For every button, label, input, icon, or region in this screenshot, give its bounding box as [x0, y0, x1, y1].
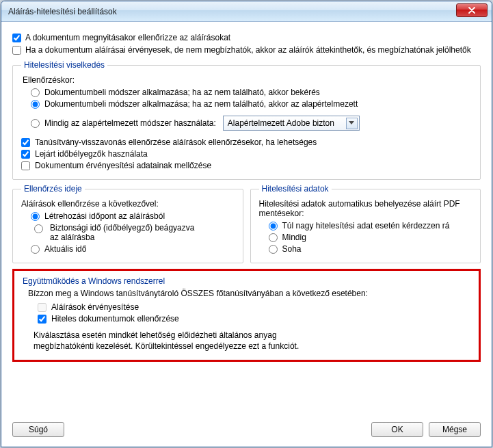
cancel-button[interactable]: Mégse	[429, 422, 481, 437]
two-column-groups: Ellenőrzés ideje Aláírások ellenőrzése a…	[12, 184, 481, 263]
verify-time-legend: Ellenőrzés ideje	[21, 184, 85, 194]
warning-line2: megbízhatókénti kezelését. Körültekintés…	[34, 341, 470, 352]
windows-integration-legend: Együttműködés a Windows rendszerrel	[23, 276, 470, 286]
check-validate-sig-label: Aláírások érvényesítése	[51, 302, 139, 312]
check-validate-sig	[38, 303, 46, 312]
radio-time-signature-label: Létrehozási időpont az aláírásból	[44, 211, 165, 221]
help-button[interactable]: Súgó	[12, 422, 64, 437]
check-verify-on-open-label: A dokumentum megnyitásakor ellenőrizze a…	[25, 33, 230, 42]
verify-time-sub: Aláírások ellenőrzése a következővel:	[21, 199, 235, 209]
radio-doc-method-prompt-row: Dokumentumbeli módszer alkalmazása; ha a…	[31, 88, 472, 97]
radio-info-always-row: Mindig	[269, 233, 472, 242]
chevron-down-icon	[349, 121, 354, 125]
radio-info-never[interactable]	[269, 245, 278, 254]
radio-time-current-label: Aktuális idő	[44, 244, 86, 254]
radio-info-always-label: Mindig	[282, 233, 306, 242]
check-revocation-label: Tanúsítvány-visszavonás ellenőrzése aláí…	[35, 137, 317, 147]
check-ignore-validation-row: Dokumentum érvényesítési adatainak mellő…	[21, 161, 472, 170]
check-valid-untrusted-label: Ha a dokumentum aláírásai érvényesek, de…	[25, 45, 471, 55]
check-revocation[interactable]	[21, 138, 30, 147]
window-title: Aláírás-hitelesítési beállítások	[8, 7, 456, 16]
verification-behavior-legend: Hitelesítési viselkedés	[21, 60, 107, 70]
content-area: A dokumentum megnyitásakor ellenőrizze a…	[1, 22, 492, 415]
radio-info-ask[interactable]	[269, 222, 278, 230]
check-validate-sig-row: Aláírások érvényesítése	[38, 302, 470, 312]
check-ignore-validation[interactable]	[21, 161, 30, 170]
windows-integration-warning: Kiválasztása esetén mindkét lehetőség el…	[34, 330, 470, 352]
warning-line1: Kiválasztása esetén mindkét lehetőség el…	[34, 330, 470, 341]
radio-doc-method-default-label: Dokumentumbeli módszer alkalmazása; ha a…	[44, 99, 358, 109]
check-verify-on-open-row: A dokumentum megnyitásakor ellenőrizze a…	[12, 33, 481, 42]
radio-info-always[interactable]	[269, 233, 278, 242]
verify-info-legend: Hitelesítési adatok	[259, 184, 332, 194]
radio-info-ask-row: Túl nagy hitelesítési adat esetén kérdez…	[269, 221, 472, 230]
radio-time-signature-row: Létrehozási időpont az aláírásból	[31, 211, 235, 221]
radio-info-never-row: Soha	[269, 244, 472, 254]
check-revocation-row: Tanúsítvány-visszavonás ellenőrzése aláí…	[21, 137, 472, 147]
close-button[interactable]	[456, 3, 488, 17]
verification-behavior-group: Hitelesítési viselkedés Ellenőrzéskor: D…	[12, 60, 481, 180]
check-valid-untrusted[interactable]	[12, 46, 21, 55]
check-expired-ts-label: Lejárt időbélyegzők használata	[35, 149, 148, 159]
check-verify-on-open[interactable]	[12, 34, 21, 42]
default-method-select[interactable]: Alapértelmezett Adobe bizton	[223, 116, 360, 131]
radio-always-default-row: Mindig az alapértelmezett módszer haszná…	[31, 116, 472, 131]
verify-info-sub: Hitelesítési adatok automatikus behelyez…	[259, 199, 472, 218]
radio-time-signature[interactable]	[31, 212, 40, 221]
windows-integration-intro: Bízzon meg a Windows tanúsítványtároló Ö…	[28, 289, 470, 298]
check-certified-docs-label: Hiteles dokumentumok ellenőrzése	[51, 314, 179, 324]
when-verifying-label: Ellenőrzéskor:	[23, 75, 472, 85]
titlebar: Aláírás-hitelesítési beállítások	[1, 1, 492, 22]
verify-info-group: Hitelesítési adatok Hitelesítési adatok …	[250, 184, 481, 263]
windows-integration-group: Együttműködés a Windows rendszerrel Bízz…	[12, 269, 481, 362]
ok-button[interactable]: OK	[371, 422, 423, 437]
radio-doc-method-prompt[interactable]	[31, 88, 40, 97]
footer: Súgó OK Mégse	[1, 415, 492, 447]
check-valid-untrusted-row: Ha a dokumentum aláírásai érvényesek, de…	[12, 45, 481, 55]
radio-info-never-label: Soha	[282, 244, 302, 254]
radio-time-embedded-label: Biztonsági idő (időbélyegző) beágyazva a…	[50, 223, 200, 242]
radio-doc-method-default-row: Dokumentumbeli módszer alkalmazása; ha a…	[31, 99, 472, 109]
check-expired-ts[interactable]	[21, 150, 30, 159]
check-expired-ts-row: Lejárt időbélyegzők használata	[21, 149, 472, 159]
dialog-window: Aláírás-hitelesítési beállítások A dokum…	[1, 1, 492, 447]
radio-time-current[interactable]	[31, 245, 40, 254]
dropdown-button[interactable]	[346, 118, 358, 129]
verify-time-group: Ellenőrzés ideje Aláírások ellenőrzése a…	[12, 184, 243, 263]
radio-info-ask-label: Túl nagy hitelesítési adat esetén kérdez…	[282, 221, 450, 230]
close-icon	[468, 7, 475, 14]
check-certified-docs-row: Hiteles dokumentumok ellenőrzése	[38, 314, 470, 324]
default-method-value: Alapértelmezett Adobe bizton	[228, 118, 343, 128]
check-certified-docs[interactable]	[38, 315, 46, 324]
radio-doc-method-prompt-label: Dokumentumbeli módszer alkalmazása; ha a…	[44, 88, 320, 97]
radio-time-current-row: Aktuális idő	[31, 244, 235, 254]
radio-always-default[interactable]	[31, 119, 40, 128]
radio-always-default-label: Mindig az alapértelmezett módszer haszná…	[44, 118, 216, 128]
radio-doc-method-default[interactable]	[31, 100, 40, 109]
radio-time-embedded[interactable]	[34, 224, 43, 233]
radio-time-embedded-row: Biztonsági idő (időbélyegző) beágyazva a…	[31, 223, 235, 242]
check-ignore-validation-label: Dokumentum érvényesítési adatainak mellő…	[35, 161, 211, 170]
